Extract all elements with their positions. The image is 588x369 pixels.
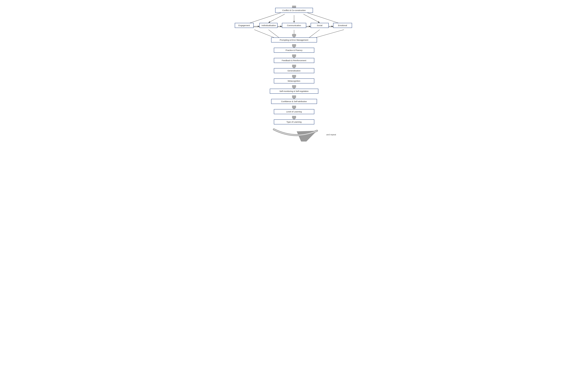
metacognition-box: Metacognition	[274, 78, 314, 83]
leveloflearning-box: Level of Learning	[274, 109, 314, 114]
diagram: Conflict & Co-construction Engagement In…	[233, 4, 355, 152]
engagement-box: Engagement	[235, 23, 254, 28]
svg-marker-27	[292, 85, 296, 89]
conflict-box: Conflict & Co-construction	[275, 8, 313, 13]
svg-marker-30	[292, 116, 296, 120]
social-box: Social	[311, 23, 329, 28]
svg-marker-28	[292, 95, 296, 99]
svg-marker-24	[292, 54, 296, 58]
generalisation-box: Generalisation	[274, 68, 314, 73]
confidence-box: Confidence & Self-attribution	[271, 99, 317, 104]
practice-box: Practice & Fluency	[274, 48, 314, 53]
prompting-box: Prompting & Error Management	[271, 38, 317, 42]
svg-marker-29	[292, 106, 296, 109]
selfmonitoring-box: Self-monitoring & Self-regulation	[270, 89, 318, 94]
feedback-box: Feedback & Reinforcement	[274, 58, 314, 63]
svg-marker-22	[292, 34, 296, 38]
communication-box: Communication	[282, 23, 306, 28]
svg-marker-23	[292, 44, 296, 48]
svg-marker-25	[292, 65, 296, 69]
svg-line-4	[268, 14, 285, 23]
repeat-arrow	[266, 128, 325, 142]
individualisation-box: Individualisation	[259, 23, 277, 28]
svg-line-5	[304, 14, 320, 23]
typeoflearning-box: Type of Learning	[274, 119, 314, 124]
svg-marker-26	[292, 75, 296, 79]
emotional-box: Emotional	[333, 23, 352, 28]
and-repeat-label: and repeat	[326, 133, 336, 136]
